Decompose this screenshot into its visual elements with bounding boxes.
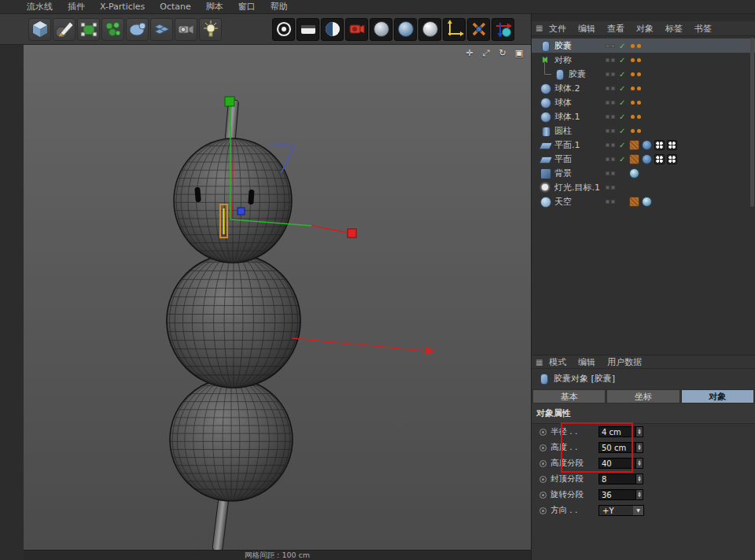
object-row-plane[interactable]: 平面 ✓ (532, 152, 755, 166)
stepper[interactable]: ▲▼ (636, 458, 643, 469)
visibility-toggles[interactable] (606, 186, 615, 190)
zoom-icon[interactable]: ⤢ (481, 48, 492, 59)
om-menu-view[interactable]: 查看 (607, 23, 624, 35)
menu-script[interactable]: 脚本 (206, 1, 223, 13)
keyframe-circle-icon[interactable] (540, 460, 547, 467)
menu-xparticles[interactable]: X-Particles (100, 2, 145, 12)
enabled-check-icon[interactable]: ✓ (619, 42, 625, 50)
compositing-tag-icon[interactable] (667, 140, 677, 150)
uvw-tag-icon[interactable] (629, 154, 639, 164)
tab-coordinates[interactable]: 坐标 (606, 389, 680, 403)
gizmo-z-handle[interactable] (238, 208, 245, 215)
object-row-capsule[interactable]: 胶囊 ✓ (532, 39, 755, 53)
object-row-light-target[interactable]: 灯光.目标.1 (532, 180, 755, 194)
rotation-segments-field[interactable]: 36 (598, 489, 636, 500)
visibility-toggles[interactable] (606, 200, 615, 204)
cap-segments-field[interactable]: 8 (598, 473, 636, 484)
polygon-cube-icon[interactable] (77, 18, 100, 41)
texture-tag-icon[interactable] (629, 168, 639, 179)
orientation-dropdown[interactable]: +Y ▼ (598, 505, 644, 516)
enabled-check-icon[interactable]: ✓ (619, 141, 625, 149)
uvw-tag-icon[interactable] (629, 197, 639, 207)
panel-grid-icon[interactable]: ▦ (536, 358, 545, 367)
phong-tag-icon[interactable] (642, 154, 652, 164)
visibility-toggles[interactable] (606, 129, 615, 133)
tab-basic[interactable]: 基本 (532, 389, 606, 403)
material-sphere-icon-1[interactable] (370, 18, 392, 41)
pen-tool-icon[interactable] (53, 18, 76, 41)
stepper[interactable]: ▲▼ (636, 489, 643, 500)
tab-object[interactable]: 对象 (681, 389, 754, 403)
enabled-check-icon[interactable]: ✓ (619, 155, 625, 164)
object-row-symmetry[interactable]: 对称 ✓ (532, 53, 755, 67)
octane-camera-icon[interactable] (345, 18, 368, 41)
viewport-canvas[interactable] (24, 45, 531, 560)
object-row-sphere2[interactable]: 球体.2 ✓ (532, 81, 755, 95)
pan-icon[interactable]: ✛ (464, 48, 475, 59)
visibility-toggles[interactable] (606, 143, 615, 147)
enabled-check-icon[interactable]: ✓ (619, 70, 625, 79)
object-row-cylinder[interactable]: 圆柱 ✓ (532, 123, 755, 138)
material-sphere-icon-3[interactable] (418, 18, 441, 41)
keyframe-circle-icon[interactable] (540, 507, 547, 514)
menu-help[interactable]: 帮助 (271, 1, 288, 13)
top-sphere[interactable] (174, 138, 292, 263)
gizmo-y-handle[interactable] (225, 97, 234, 106)
radius-field[interactable]: 4 cm (598, 426, 636, 437)
object-row-plane1[interactable]: 平面.1 ✓ (532, 138, 755, 152)
menu-pipeline[interactable]: 流水线 (27, 1, 53, 13)
visibility-toggles[interactable] (606, 115, 615, 119)
stepper[interactable]: ▲▼ (636, 426, 643, 437)
enabled-check-icon[interactable]: ✓ (619, 112, 625, 121)
rotate-icon[interactable]: ↻ (497, 48, 508, 59)
object-row-sphere1[interactable]: 球体.1 ✓ (532, 109, 755, 123)
scrollbar-thumb[interactable] (750, 38, 754, 207)
compositing-tag-icon[interactable] (654, 140, 665, 150)
visibility-toggles[interactable] (606, 101, 615, 105)
om-menu-object[interactable]: 对象 (636, 23, 654, 35)
cube-primitive-icon[interactable] (28, 18, 51, 41)
phong-tag-icon[interactable] (642, 140, 652, 150)
object-row-capsule-child[interactable]: 胶囊 ✓ (532, 67, 755, 81)
object-row-sphere[interactable]: 球体 ✓ (532, 95, 755, 109)
particles-icon[interactable] (101, 18, 124, 41)
enabled-check-icon[interactable]: ✓ (619, 98, 625, 107)
light-icon[interactable] (199, 18, 222, 41)
keyframe-circle-icon[interactable] (540, 492, 547, 499)
enabled-check-icon[interactable]: ✓ (619, 84, 625, 93)
enabled-check-icon[interactable]: ✓ (619, 127, 625, 135)
keyframe-circle-icon[interactable] (540, 476, 547, 483)
maximize-icon[interactable]: ▣ (514, 48, 525, 59)
metaball-icon[interactable] (126, 18, 149, 41)
xyz-axes-icon[interactable] (443, 18, 466, 41)
panel-grid-icon[interactable]: ▦ (536, 24, 545, 33)
viewport[interactable]: ✛ ⤢ ↻ ▣ 网格间距：100 cm (24, 45, 531, 560)
compositing-tag-icon[interactable] (667, 154, 677, 164)
material-sphere-icon-2[interactable] (394, 18, 417, 41)
visibility-toggles[interactable] (606, 87, 615, 90)
menu-octane[interactable]: Octane (160, 2, 191, 12)
keyframe-circle-icon[interactable] (540, 444, 547, 451)
array-icon[interactable] (150, 18, 173, 41)
camera-icon[interactable] (175, 18, 197, 41)
visibility-toggles[interactable] (606, 44, 615, 48)
render-settings-icon[interactable] (296, 18, 319, 41)
object-row-sky[interactable]: 天空 (532, 194, 755, 208)
render-view-icon[interactable] (272, 18, 295, 41)
bottom-sphere[interactable] (170, 378, 293, 501)
visibility-toggles[interactable] (606, 72, 615, 76)
axis-tool-icon[interactable] (492, 18, 514, 41)
om-menu-tags[interactable]: 标签 (665, 23, 683, 35)
om-menu-bookmarks[interactable]: 书签 (694, 23, 712, 35)
om-menu-file[interactable]: 文件 (549, 23, 566, 35)
compositing-tag-icon[interactable] (654, 154, 665, 164)
uvw-tag-icon[interactable] (629, 140, 639, 150)
gizmo-x-handle[interactable] (348, 229, 356, 238)
am-menu-edit[interactable]: 编辑 (578, 356, 595, 368)
menu-plugins[interactable]: 插件 (68, 1, 85, 13)
am-menu-mode[interactable]: 模式 (549, 356, 566, 368)
texture-tag-icon[interactable] (642, 197, 652, 207)
stepper[interactable]: ▲▼ (636, 442, 643, 453)
visibility-toggles[interactable] (606, 171, 615, 175)
am-menu-userdata[interactable]: 用户数据 (607, 356, 642, 368)
